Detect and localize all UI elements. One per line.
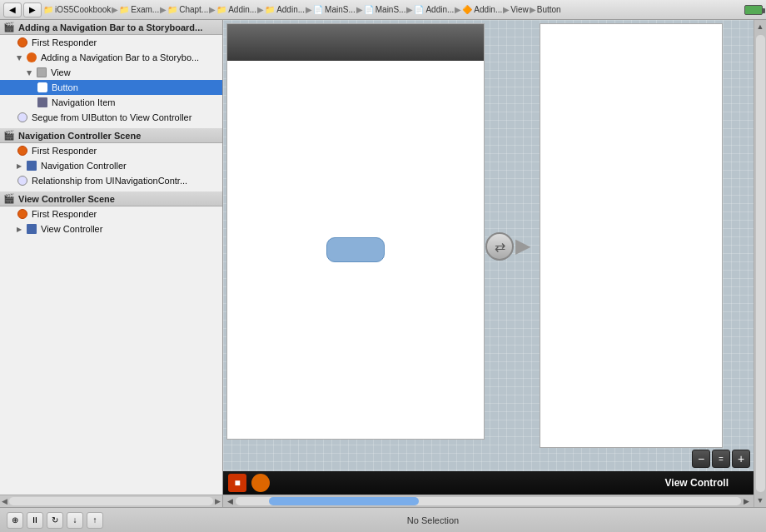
segue-arrow-right: ▶ bbox=[515, 236, 530, 257]
status-btn-1[interactable]: ⊕ bbox=[7, 512, 23, 529]
cube-icon: ■ bbox=[228, 474, 246, 492]
ui-button[interactable] bbox=[326, 237, 385, 262]
right-scene-label: View Controll bbox=[665, 477, 729, 489]
tree-item-segue[interactable]: Segue from UIButton to View Controller bbox=[0, 110, 222, 125]
breadcrumb: 📁iOS5Cookbook ▶ 📁Exam... ▶ 📁Chapt... ▶ 📁… bbox=[43, 5, 739, 14]
left-panel-scrollbar[interactable]: ◀ ▶ bbox=[0, 495, 222, 507]
sphere-icon bbox=[251, 474, 270, 492]
breadcrumb-item[interactable]: 📄MainS... bbox=[364, 5, 406, 14]
expand-arrow-vc: ▶ bbox=[17, 226, 22, 233]
scene-header-label: Adding a Navigation Bar to a Storyboard.… bbox=[18, 22, 202, 32]
vscroll-down-arrow[interactable]: ▼ bbox=[757, 494, 764, 507]
tree-item-navigation-item[interactable]: Navigation Item bbox=[0, 95, 222, 110]
expand-arrow-nav: ▶ bbox=[17, 162, 22, 170]
tree-item-label: First Responder bbox=[32, 209, 97, 219]
hscroll-thumb[interactable] bbox=[269, 497, 419, 505]
tree-item-label: Adding a Navigation Bar to a Storybo... bbox=[41, 52, 199, 62]
nav-bar-scene-frame bbox=[226, 23, 485, 440]
status-btn-2[interactable]: ⏸ bbox=[27, 512, 43, 529]
scene-icon-3: 🎬 bbox=[3, 193, 15, 204]
tree-item-label: Relationship from UINavigationContr... bbox=[32, 176, 187, 186]
segue-connector: ⇄ ▶ bbox=[485, 232, 530, 261]
tree-item-label: Segue from UIButton to View Controller bbox=[32, 112, 192, 122]
status-btn-5[interactable]: ↑ bbox=[87, 512, 103, 529]
tree-item-label: Navigation Controller bbox=[41, 161, 127, 171]
breadcrumb-item[interactable]: 📁iOS5Cookbook bbox=[43, 5, 111, 14]
tree-item-view[interactable]: ▶ View bbox=[0, 65, 222, 80]
breadcrumb-item[interactable]: 📁Addin... bbox=[265, 5, 305, 14]
tree-item-label: Navigation Item bbox=[52, 97, 115, 107]
breadcrumb-item[interactable]: 📁Exam... bbox=[119, 5, 159, 14]
scene-icon: 🎬 bbox=[3, 22, 15, 32]
back-button[interactable]: ◀ bbox=[3, 2, 22, 17]
hscroll-left-arrow[interactable]: ◀ bbox=[225, 497, 236, 505]
status-btn-4[interactable]: ↓ bbox=[67, 512, 83, 529]
breadcrumb-item[interactable]: 📄Addin... bbox=[414, 5, 454, 14]
scene-header-nav-ctrl[interactable]: 🎬 Navigation Controller Scene bbox=[0, 128, 222, 143]
forward-button[interactable]: ▶ bbox=[23, 2, 42, 17]
breadcrumb-item[interactable]: View bbox=[510, 5, 529, 14]
zoom-fit-button[interactable]: = bbox=[712, 450, 730, 468]
tree-item-label: View bbox=[51, 67, 71, 77]
tree-item-nav-controller[interactable]: ▶ Navigation Controller bbox=[0, 158, 222, 173]
toolbar: ◀ ▶ 📁iOS5Cookbook ▶ 📁Exam... ▶ 📁Chapt...… bbox=[0, 0, 766, 20]
breadcrumb-item[interactable]: 📁Addin... bbox=[216, 5, 256, 14]
canvas-area: ⇄ ▶ ■ View Controll − = + ◀ bbox=[223, 20, 754, 507]
segue-circle: ⇄ bbox=[485, 232, 514, 261]
tree-item-view-controller[interactable]: ▶ View Controller bbox=[0, 221, 222, 236]
tree-item-label: First Responder bbox=[32, 146, 97, 156]
zoom-minus-button[interactable]: − bbox=[692, 450, 710, 468]
breadcrumb-item[interactable]: Button bbox=[537, 5, 561, 14]
canvas-hscrollbar[interactable]: ◀ ▶ bbox=[223, 495, 754, 507]
hscroll-right-arrow[interactable]: ▶ bbox=[741, 497, 752, 505]
scene-header-label-2: Navigation Controller Scene bbox=[18, 131, 141, 141]
tree-item-first-responder-3[interactable]: First Responder bbox=[0, 206, 222, 221]
left-panel: 🎬 Adding a Navigation Bar to a Storyboar… bbox=[0, 20, 223, 507]
scene-header-label-3: View Controller Scene bbox=[18, 194, 115, 204]
tree-item-first-responder-2[interactable]: First Responder bbox=[0, 143, 222, 158]
breadcrumb-item[interactable]: 📄MainS... bbox=[313, 5, 356, 14]
tree-item-button[interactable]: □ Button bbox=[0, 80, 222, 95]
breadcrumb-item[interactable]: 🔶Addin... bbox=[462, 5, 502, 14]
zoom-plus-button[interactable]: + bbox=[732, 450, 750, 468]
breadcrumb-item[interactable]: 📁Chapt... bbox=[167, 5, 208, 14]
scene-header-adding-nav[interactable]: 🎬 Adding a Navigation Bar to a Storyboar… bbox=[0, 20, 222, 35]
scene-label-bar: ■ View Controll bbox=[223, 471, 754, 495]
tree-item-relationship[interactable]: Relationship from UINavigationContr... bbox=[0, 173, 222, 188]
status-text: No Selection bbox=[107, 515, 759, 525]
scene-header-view-ctrl[interactable]: 🎬 View Controller Scene bbox=[0, 191, 222, 206]
status-bar: ⊕ ⏸ ↻ ↓ ↑ No Selection bbox=[0, 507, 766, 532]
view-ctrl-scene-frame bbox=[540, 23, 723, 448]
battery-icon bbox=[744, 5, 763, 15]
canvas-vscrollbar[interactable]: ▲ ▼ bbox=[754, 20, 766, 507]
tree-item-label: Button bbox=[52, 82, 78, 92]
expand-arrow-adding-nav: ▶ bbox=[16, 55, 23, 60]
status-btn-3[interactable]: ↻ bbox=[47, 512, 63, 529]
tree-item-label: View Controller bbox=[41, 224, 102, 234]
scene-icon-2: 🎬 bbox=[3, 130, 15, 141]
tree-item-label: First Responder bbox=[32, 37, 97, 47]
tree-item-adding-nav[interactable]: ▶ Adding a Navigation Bar to a Storybo..… bbox=[0, 50, 222, 65]
expand-arrow-view: ▶ bbox=[26, 70, 33, 75]
zoom-controls: − = + bbox=[692, 450, 750, 468]
tree-item-first-responder-1[interactable]: First Responder bbox=[0, 35, 222, 50]
vscroll-up-arrow[interactable]: ▲ bbox=[757, 20, 764, 33]
